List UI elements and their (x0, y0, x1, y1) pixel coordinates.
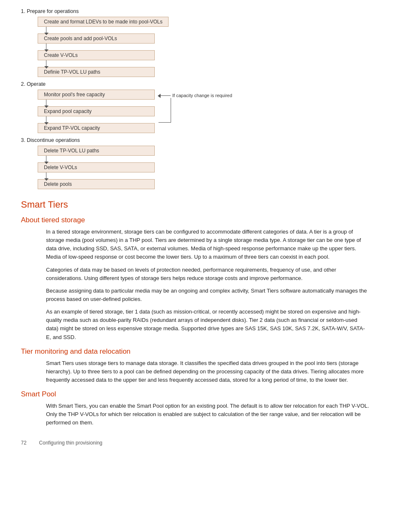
about-tiered-p3: Because assigning data to particular med… (46, 287, 370, 303)
smart-pool-heading: Smart Pool (21, 390, 378, 398)
flow-arrow-1-2 (46, 44, 46, 50)
flow-box-1-4: Definie TP-VOL LU paths (38, 67, 155, 77)
flow-arrow-1-3 (46, 60, 46, 67)
flow-box-2-2: Expand pool capacity (38, 106, 155, 116)
flow-group-2-label: 2. Operate (21, 81, 378, 87)
footer-text: Configuring thin provisioning (39, 440, 102, 446)
about-tiered-p4: As an example of tiered storage, tier 1 … (46, 308, 370, 342)
flow-arrow-2-2 (46, 116, 46, 123)
tier-monitoring-p1: Smart Tiers uses storage tiers to manage… (46, 359, 370, 384)
flow-group-3: 3. Discontinue operations Delete TP-VOL … (21, 137, 378, 189)
flow-group-1: 1. Prepare for operations Create and for… (21, 8, 378, 77)
flow-box-2-1: Monitor pool's free capacity (38, 90, 155, 100)
flow-box-2-3: Expand TP-VOL capacity (38, 123, 155, 133)
operate-group: Monitor pool's free capacity Expand pool… (38, 90, 378, 133)
flow-group-1-label: 1. Prepare for operations (21, 8, 378, 14)
flow-box-1-2: Create pools and add pool-VOLs (38, 33, 155, 44)
flow-box-3-1: Delete TP-VOL LU paths (38, 146, 155, 156)
flow-group-2: 2. Operate Monitor pool's free capacity … (21, 81, 378, 133)
side-note-label: If capacity change is required (172, 93, 232, 98)
flow-box-1-1: Create and format LDEVs to be made into … (38, 17, 169, 27)
flow-arrow-2-1 (46, 100, 46, 106)
about-tiered-p2: Categories of data may be based on level… (46, 266, 370, 283)
page-footer: 72 Configuring thin provisioning (21, 440, 378, 446)
smart-tiers-section: Smart Tiers About tiered storage In a ti… (21, 199, 378, 427)
flow-box-1-3: Create V-VOLs (38, 50, 155, 60)
smart-pool-p1: With Smart Tiers, you can enable the Sma… (46, 402, 370, 427)
flow-arrow-3-1 (46, 156, 46, 162)
flow-arrow-3-2 (46, 172, 46, 179)
flow-steps-1: Create and format LDEVs to be made into … (38, 17, 378, 77)
page-number: 72 (21, 440, 26, 446)
flow-box-3-2: Delete V-VOLs (38, 162, 155, 172)
flow-arrow-1-1 (46, 27, 46, 33)
about-tiered-storage-heading: About tiered storage (21, 216, 378, 224)
flow-box-3-3: Delete pools (38, 179, 155, 189)
about-tiered-p1: In a tiered storage environment, storage… (46, 228, 370, 262)
tier-monitoring-heading: Tier monitoring and data relocation (21, 347, 378, 356)
flow-steps-3: Delete TP-VOL LU paths Delete V-VOLs Del… (38, 146, 378, 189)
flowchart: 1. Prepare for operations Create and for… (21, 8, 378, 189)
smart-tiers-title: Smart Tiers (21, 199, 378, 210)
flow-group-3-label: 3. Discontinue operations (21, 137, 378, 143)
